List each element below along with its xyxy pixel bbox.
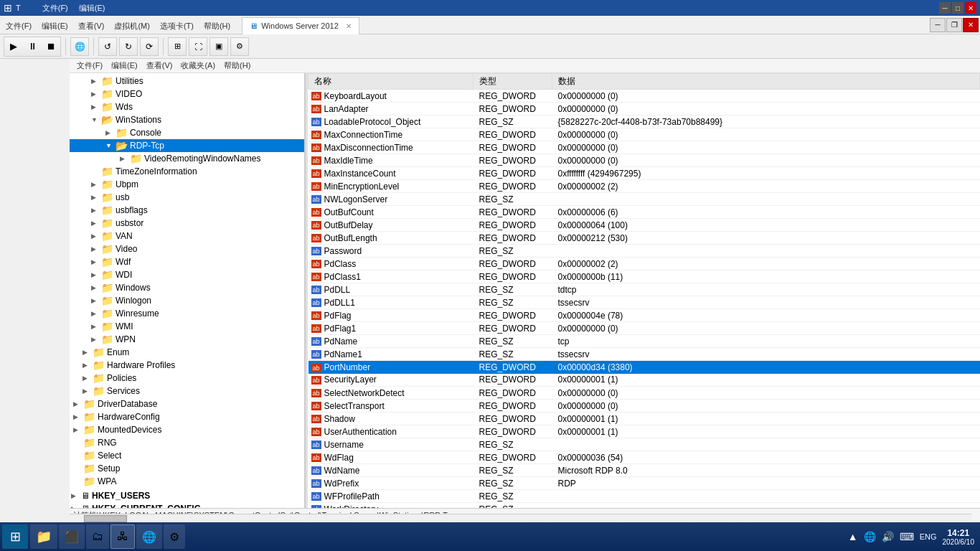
- tree-item-windows[interactable]: ▶ 📁 Windows: [70, 281, 304, 294]
- regedit-menu-help[interactable]: 帮助(H): [220, 60, 255, 72]
- stop-btn[interactable]: ⏹: [42, 37, 60, 56]
- tree-item-videoremoting[interactable]: ▶ 📁 VideoRemotingWindowNames: [70, 152, 304, 165]
- outer-menu-file[interactable]: 文件(F): [39, 2, 72, 14]
- table-row[interactable]: abShadowREG_DWORD0x00000001 (1): [308, 413, 980, 425]
- table-row[interactable]: abOutBufDelayREG_DWORD0x00000064 (100): [308, 219, 980, 232]
- table-row[interactable]: abWdPrefixREG_SZRDP: [308, 477, 980, 490]
- table-row[interactable]: abOutBufLengthREG_DWORD0x00000212 (530): [308, 232, 980, 245]
- taskbar-lang[interactable]: ENG: [920, 532, 937, 541]
- table-row[interactable]: abLoadableProtocol_ObjectREG_SZ{5828227c…: [308, 116, 980, 128]
- table-row[interactable]: abPdName1REG_SZtssecsrv: [308, 348, 980, 361]
- tree-item-hkcu[interactable]: ▶ 🖥 HKEY_USERS: [70, 489, 304, 502]
- tree-item-usbstor[interactable]: ▶ 📁 usbstor: [70, 217, 304, 230]
- tree-item-wmi[interactable]: ▶ 📁 WMI: [70, 320, 304, 333]
- tree-item-mounteddevices[interactable]: ▶ 📁 MountedDevices: [70, 423, 304, 436]
- start-button[interactable]: ⊞: [2, 524, 28, 549]
- table-row[interactable]: abSelectTransportREG_DWORD0x00000000 (0): [308, 400, 980, 413]
- inner-minimize-btn[interactable]: ─: [930, 18, 946, 32]
- tree-item-rng[interactable]: 📁 RNG: [70, 436, 304, 449]
- vmware-menu-file[interactable]: 文件(F): [1, 19, 36, 33]
- table-row[interactable]: abUserAuthenticationREG_DWORD0x00000001 …: [308, 425, 980, 438]
- table-row[interactable]: abPortNumberREG_DWORD0x00000d34 (3380): [308, 361, 980, 374]
- tree-item-utilities[interactable]: ▶ 📁 Utilities: [70, 75, 304, 88]
- taskbar-item-explorer[interactable]: 📁: [30, 524, 57, 549]
- tree-item-winresume[interactable]: ▶ 📁 Winresume: [70, 307, 304, 320]
- table-row[interactable]: abPdDLL1REG_SZtssecsrv: [308, 296, 980, 309]
- tree-item-wpn[interactable]: ▶ 📁 WPN: [70, 333, 304, 346]
- table-row[interactable]: abPdFlag1REG_DWORD0x00000000 (0): [308, 322, 980, 335]
- tree-item-wpa[interactable]: 📁 WPA: [70, 475, 304, 488]
- tree-item-console[interactable]: ▶ 📁 Console: [70, 126, 304, 139]
- tree-item-van[interactable]: ▶ 📁 VAN: [70, 230, 304, 242]
- snapshot-btn[interactable]: ↻: [119, 37, 138, 56]
- regedit-menu-view[interactable]: 查看(V): [142, 60, 177, 72]
- tree-item-enum[interactable]: ▶ 📁 Enum: [70, 346, 304, 359]
- vmware-menu-help[interactable]: 帮助(H): [199, 19, 235, 33]
- tree-item-hwconfig[interactable]: ▶ 📁 HardwareConfig: [70, 410, 304, 423]
- table-row[interactable]: abPdClassREG_DWORD0x00000002 (2): [308, 258, 980, 270]
- taskbar-arrow-icon[interactable]: ▲: [848, 531, 858, 542]
- power-on-btn[interactable]: ▶: [4, 37, 23, 56]
- tree-item-tz[interactable]: 📁 TimeZoneInformation: [70, 165, 304, 178]
- tree-item-rdptcp[interactable]: ▼ 📂 RDP-Tcp: [70, 139, 304, 152]
- display-btn[interactable]: ⊞: [168, 37, 187, 56]
- table-row[interactable]: abPdDLLREG_SZtdtcp: [308, 283, 980, 296]
- table-row[interactable]: abMaxInstanceCountREG_DWORD0xffffffff (4…: [308, 167, 980, 180]
- outer-minimize-btn[interactable]: ─: [939, 2, 951, 14]
- outer-menu-edit[interactable]: 编辑(E): [75, 2, 109, 14]
- tree-item-policies[interactable]: ▶ 📁 Policies: [70, 372, 304, 385]
- fullscreen-btn[interactable]: ⛶: [189, 37, 207, 56]
- regedit-menu-fav[interactable]: 收藏夹(A): [176, 60, 220, 72]
- tab-close-btn[interactable]: ✕: [346, 22, 352, 30]
- registry-tree-panel[interactable]: ▶ 📁 Utilities ▶ 📁 VIDEO ▶ 📁 Wds: [70, 73, 305, 508]
- tree-item-select[interactable]: 📁 Select: [70, 449, 304, 462]
- active-tab[interactable]: 🖥 Windows Server 2012 ✕: [242, 17, 359, 34]
- prefs-btn[interactable]: ⚙: [230, 37, 249, 56]
- table-row[interactable]: abWFProfilePathREG_SZ: [308, 490, 980, 503]
- unity-btn[interactable]: ▣: [209, 37, 228, 56]
- inner-restore-btn[interactable]: ❐: [946, 18, 962, 32]
- taskbar-clock[interactable]: 14:21 2020/6/10: [943, 528, 975, 546]
- revert-btn[interactable]: ↺: [98, 37, 117, 56]
- registry-values-panel[interactable]: 名称 类型 数据 abKeyboardLayoutREG_DWORD0x0000…: [308, 73, 980, 508]
- table-row[interactable]: abMinEncryptionLevelREG_DWORD0x00000002 …: [308, 180, 980, 193]
- regedit-menu-file[interactable]: 文件(F): [72, 60, 107, 72]
- table-row[interactable]: abPdClass1REG_DWORD0x0000000b (11): [308, 270, 980, 283]
- network-btn[interactable]: 🌐: [70, 37, 89, 56]
- tree-item-wdf[interactable]: ▶ 📁 Wdf: [70, 255, 304, 268]
- tree-item-winlogon[interactable]: ▶ 📁 Winlogon: [70, 294, 304, 307]
- taskbar-item-ps[interactable]: ⬛: [59, 524, 85, 549]
- regedit-menu-edit[interactable]: 编辑(E): [107, 60, 142, 72]
- table-row[interactable]: abMaxDisconnectionTimeREG_DWORD0x0000000…: [308, 141, 980, 154]
- table-row[interactable]: abWdFlagREG_DWORD0x00000036 (54): [308, 451, 980, 464]
- taskbar-item-chrome[interactable]: 🌐: [136, 524, 162, 549]
- vmware-menu-edit[interactable]: 编辑(E): [37, 19, 72, 33]
- pause-btn[interactable]: ⏸: [23, 37, 42, 56]
- outer-maximize-btn[interactable]: □: [952, 2, 963, 14]
- vmware-menu-view[interactable]: 查看(V): [74, 19, 109, 33]
- table-row[interactable]: abPasswordREG_SZ: [308, 245, 980, 258]
- vmware-menu-vm[interactable]: 虚拟机(M): [110, 19, 154, 33]
- inner-close-btn[interactable]: ✕: [963, 18, 979, 32]
- table-row[interactable]: abSecurityLayerREG_DWORD0x00000001 (1): [308, 374, 980, 387]
- tree-item-hwprofiles[interactable]: ▶ 📁 Hardware Profiles: [70, 359, 304, 372]
- taskbar-item-server[interactable]: 🖧: [110, 524, 135, 549]
- taskbar-item-vmware[interactable]: ⚙: [164, 524, 185, 549]
- tree-item-wdi[interactable]: ▶ 📁 WDI: [70, 268, 304, 281]
- table-row[interactable]: abMaxConnectionTimeREG_DWORD0x00000000 (…: [308, 128, 980, 141]
- vmware-menu-tab[interactable]: 选项卡(T): [156, 19, 198, 33]
- outer-close-btn[interactable]: ✕: [965, 2, 976, 14]
- tree-item-usbflags[interactable]: ▶ 📁 usbflags: [70, 204, 304, 217]
- tree-item-video[interactable]: ▶ 📁 VIDEO: [70, 88, 304, 100]
- table-row[interactable]: abOutBufCountREG_DWORD0x00000006 (6): [308, 206, 980, 219]
- table-row[interactable]: abKeyboardLayoutREG_DWORD0x00000000 (0): [308, 90, 980, 103]
- tree-item-services[interactable]: ▶ 📁 Services: [70, 385, 304, 397]
- tree-item-setup[interactable]: 📁 Setup: [70, 462, 304, 475]
- table-row[interactable]: abPdNameREG_SZtcp: [308, 335, 980, 348]
- table-row[interactable]: abWdNameREG_SZMicrosoft RDP 8.0: [308, 464, 980, 477]
- tree-item-usb[interactable]: ▶ 📁 usb: [70, 191, 304, 204]
- tree-item-hkcc[interactable]: ▶ 🖥 HKEY_CURRENT_CONFIG: [70, 502, 304, 508]
- tree-item-ubpm[interactable]: ▶ 📁 Ubpm: [70, 178, 304, 191]
- table-row[interactable]: abPdFlagREG_DWORD0x0000004e (78): [308, 309, 980, 322]
- table-row[interactable]: abWorkDirectoryREG_SZ: [308, 503, 980, 509]
